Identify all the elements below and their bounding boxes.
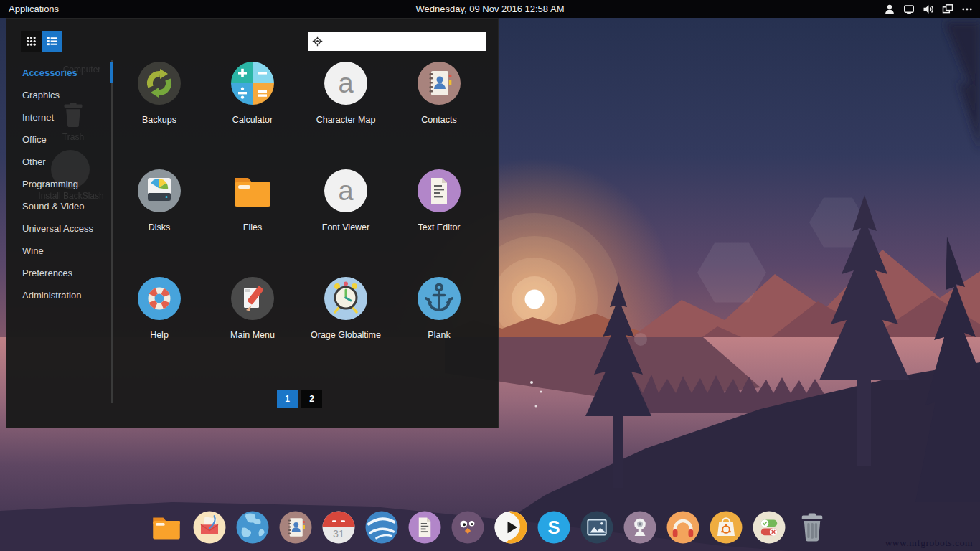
charmap-icon: a (323, 168, 369, 214)
dock-mail[interactable] (192, 510, 227, 545)
svg-text:S: S (547, 517, 560, 537)
texteditor-icon (407, 510, 442, 545)
dock-pidgin[interactable] (451, 510, 485, 545)
app-main-menu[interactable]: Main Menu (206, 276, 299, 340)
top-panel: Applications Wednesday, 09 Nov 2016 12:5… (0, 0, 980, 18)
orage-icon (323, 276, 369, 321)
dock-media-player[interactable] (494, 510, 528, 545)
app-label: Disks (113, 222, 206, 232)
watermark: www.mfgrobots.com (885, 537, 973, 549)
dock-documents[interactable] (407, 510, 442, 545)
workspaces-icon[interactable] (942, 4, 953, 15)
contacts-icon (278, 510, 313, 545)
dock-google-earth[interactable] (364, 510, 399, 545)
page-button-1[interactable]: 1 (277, 390, 298, 408)
page-button-2[interactable]: 2 (301, 390, 322, 408)
applications-menu-button[interactable]: Applications (0, 0, 67, 18)
app-label: Orage Globaltime (299, 330, 392, 340)
volume-icon[interactable] (923, 4, 934, 15)
disks-icon (136, 168, 182, 214)
dock-photos[interactable] (580, 510, 614, 545)
app-text-editor[interactable]: Text Editor (392, 168, 486, 232)
app-help[interactable]: Help (113, 276, 206, 340)
application-menu: Computer Trash Install BackSlash Accesso… (6, 18, 499, 428)
pidgin-icon (451, 510, 485, 545)
desktop: www.mfgrobots.com Applications Wednesday… (0, 0, 980, 551)
app-label: Text Editor (392, 222, 486, 232)
app-backups[interactable]: Backups (113, 60, 206, 125)
app-plank[interactable]: Plank (392, 276, 486, 340)
svg-text:31: 31 (333, 528, 344, 540)
photos-icon (580, 510, 614, 545)
charmap-icon: a (323, 60, 369, 106)
app-font-viewer[interactable]: aFont Viewer (299, 168, 392, 232)
system-tray (884, 4, 980, 15)
app-label: Character Map (299, 115, 392, 125)
dock-file-manager[interactable] (149, 510, 184, 545)
app-label: Backups (113, 115, 206, 125)
folder-icon (149, 510, 184, 545)
dock-webcam[interactable] (623, 510, 657, 545)
app-grid: BackupsCalculatoraCharacter MapContactsD… (6, 19, 499, 385)
dock-trash[interactable] (795, 510, 829, 545)
app-label: Plank (392, 330, 486, 340)
calendar-icon: 31 (321, 510, 356, 545)
dock-tweaks[interactable] (752, 510, 786, 545)
dock-software-center[interactable] (709, 510, 743, 545)
app-character-map[interactable]: aCharacter Map (299, 60, 392, 125)
app-orage-globaltime[interactable]: Orage Globaltime (299, 276, 392, 340)
skype-icon: S (537, 510, 571, 545)
mainmenu-icon (230, 276, 275, 321)
help-icon (136, 276, 182, 321)
app-disks[interactable]: Disks (113, 168, 206, 232)
backups-icon (136, 60, 182, 106)
software-icon (709, 510, 743, 545)
contacts-icon (416, 60, 462, 106)
app-calculator[interactable]: Calculator (206, 60, 299, 125)
dock-calendar[interactable]: 31 (321, 510, 356, 545)
more-icon[interactable] (961, 4, 973, 15)
webcam-icon (623, 510, 657, 545)
svg-text:a: a (338, 68, 354, 98)
svg-text:a: a (338, 176, 354, 206)
app-label: Files (206, 222, 299, 232)
calculator-icon (230, 60, 275, 106)
folder-icon (230, 168, 275, 214)
globe-icon (235, 510, 270, 545)
app-label: Main Menu (206, 330, 299, 340)
app-label: Contacts (392, 115, 486, 125)
texteditor-icon (416, 168, 462, 214)
dock: 31S (149, 510, 829, 545)
mail-icon (192, 510, 227, 545)
dock-contacts[interactable] (278, 510, 313, 545)
tweaks-icon (752, 510, 786, 545)
dock-web-browser[interactable] (235, 510, 270, 545)
display-icon[interactable] (903, 4, 915, 15)
trash-icon (795, 510, 829, 545)
app-contacts[interactable]: Contacts (392, 60, 486, 125)
app-files[interactable]: Files (206, 168, 299, 232)
app-label: Help (113, 330, 206, 340)
earth-icon (364, 510, 399, 545)
headphones-icon (666, 510, 700, 545)
dock-skype[interactable]: S (537, 510, 571, 545)
app-label: Font Viewer (299, 222, 392, 232)
player-icon (494, 510, 528, 545)
app-label: Calculator (206, 115, 299, 125)
user-icon[interactable] (884, 4, 895, 15)
plank-icon (416, 276, 462, 321)
dock-music[interactable] (666, 510, 700, 545)
clock[interactable]: Wednesday, 09 Nov 2016 12:58 AM (0, 4, 980, 14)
pagination: 12 (277, 390, 322, 408)
